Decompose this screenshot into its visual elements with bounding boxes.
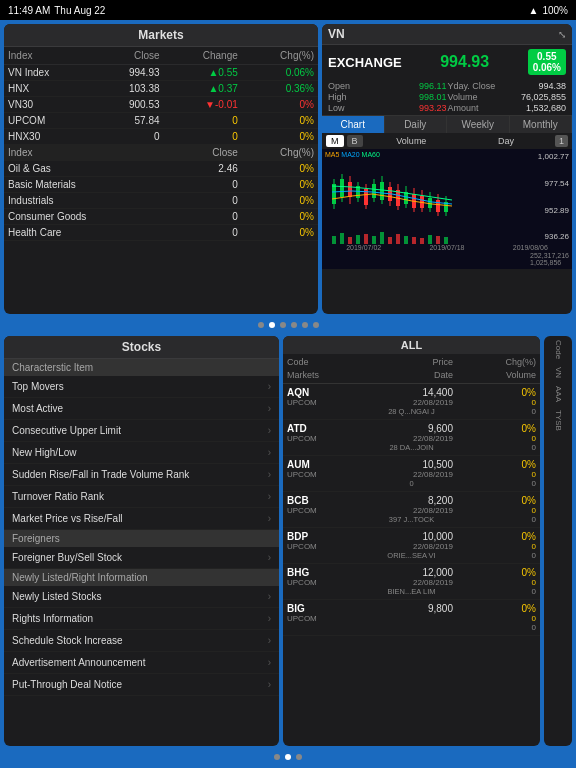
sector-chg: 0% [242, 225, 318, 241]
date: Thu Aug 22 [54, 5, 105, 16]
table-row[interactable]: ATD 9,600 0% UPCOM 22/08/2019 0 28 DA...… [283, 420, 540, 456]
idx-close: 900.53 [93, 97, 163, 113]
dot-4[interactable] [291, 322, 297, 328]
list-item[interactable]: Turnover Ratio Rank › [4, 486, 279, 508]
sector-row[interactable]: Consumer Goods 0 0% [4, 209, 318, 225]
stat-high: High 998.01 [328, 92, 447, 102]
list-item[interactable]: Rights Information › [4, 608, 279, 630]
market-row[interactable]: VN Index 994.93 ▲0.55 0.06% [4, 65, 318, 81]
sector-close: 2.46 [164, 161, 242, 177]
dot-2[interactable] [269, 322, 275, 328]
list-item[interactable]: New High/Low › [4, 442, 279, 464]
table-row[interactable]: AUM 10,500 0% UPCOM 22/08/2019 0 0 0 [283, 456, 540, 492]
list-item[interactable]: Schedule Stock Increase › [4, 630, 279, 652]
stock-date: 22/08/2019 [370, 506, 453, 515]
sector-row[interactable]: Basic Materials 0 0% [4, 177, 318, 193]
stock-market: UPCOM [287, 398, 370, 407]
list-item[interactable]: Top Movers › [4, 376, 279, 398]
list-section-header: Newly Listed/Right Information [4, 569, 279, 586]
chevron-right-icon: › [268, 635, 271, 646]
sector-close: 0 [164, 177, 242, 193]
list-item-label: Foreigner Buy/Sell Stock [12, 552, 122, 563]
list-item[interactable]: Advertisement Announcement › [4, 652, 279, 674]
market-row[interactable]: UPCOM 57.84 0 0% [4, 113, 318, 129]
chart-tabs: Chart Daily Weekly Monthly [322, 115, 572, 133]
table-row[interactable]: BCB 8,200 0% UPCOM 22/08/2019 0 397 J...… [283, 492, 540, 528]
table-row[interactable]: BDP 10,000 0% UPCOM 22/08/2019 0 ORIE...… [283, 528, 540, 564]
list-item[interactable]: Put-Through Deal Notice › [4, 674, 279, 696]
stub-code: Code [554, 340, 563, 359]
col-index: Index [4, 47, 93, 65]
idx-close: 57.84 [93, 113, 163, 129]
status-bar-left: 11:49 AM Thu Aug 22 [8, 5, 105, 16]
stocks-list[interactable]: Characterstic Item Top Movers › Most Act… [4, 359, 279, 746]
stock-vol: 0 [453, 434, 536, 443]
sector-name: Industrials [4, 193, 164, 209]
subtab-b[interactable]: B [347, 135, 363, 147]
market-row[interactable]: HNX 103.38 ▲0.37 0.36% [4, 81, 318, 97]
stocks-right-panel: ALL Code Markets Price Date Chg(%) Volum… [283, 336, 540, 746]
sector-chg: 0% [242, 209, 318, 225]
market-row[interactable]: VN30 900.53 ▼-0.01 0% [4, 97, 318, 113]
list-item[interactable]: Consecutive Upper Limit › [4, 420, 279, 442]
stock-code: AQN [287, 387, 370, 398]
list-item[interactable]: Market Price vs Rise/Fall › [4, 508, 279, 530]
list-item[interactable]: Foreigner Buy/Sell Stock › [4, 547, 279, 569]
tab-chart[interactable]: Chart [322, 116, 385, 133]
all-tab[interactable]: ALL [283, 336, 540, 354]
svg-rect-40 [412, 237, 416, 244]
dot-1[interactable] [258, 322, 264, 328]
col-price-date: Price Date [370, 356, 453, 381]
list-item-label: Most Active [12, 403, 63, 414]
stock-code: BHG [287, 567, 370, 578]
sector-row[interactable]: Health Care 0 0% [4, 225, 318, 241]
svg-rect-38 [396, 234, 400, 244]
vn-exchange-row: EXCHANGE 994.93 0.55 0.06% [322, 45, 572, 79]
dot-3[interactable] [280, 322, 286, 328]
sector-row[interactable]: Industrials 0 0% [4, 193, 318, 209]
list-item-label: Newly Listed Stocks [12, 591, 101, 602]
tab-monthly[interactable]: Monthly [510, 116, 573, 133]
exchange-change-box: 0.55 0.06% [528, 49, 566, 75]
col-chg: Chg(%) [242, 47, 318, 65]
markets-title: Markets [4, 24, 318, 47]
stock-price: 12,000 [370, 567, 453, 578]
list-item-label: Turnover Ratio Rank [12, 491, 104, 502]
chevron-right-icon: › [268, 469, 271, 480]
tab-daily[interactable]: Daily [385, 116, 448, 133]
stock-name: BIEN...EA LIM [370, 587, 453, 596]
list-item[interactable]: Newly Listed Stocks › [4, 586, 279, 608]
bdot-3[interactable] [296, 754, 302, 760]
svg-rect-39 [404, 236, 408, 244]
market-row[interactable]: HNX30 0 0 0% [4, 129, 318, 145]
dot-6[interactable] [313, 322, 319, 328]
stock-name: 397 J...TOCK [370, 515, 453, 524]
table-row[interactable]: AQN 14,400 0% UPCOM 22/08/2019 0 28 Q...… [283, 384, 540, 420]
list-item[interactable]: Most Active › [4, 398, 279, 420]
chevron-right-icon: › [268, 552, 271, 563]
table-row[interactable]: BHG 12,000 0% UPCOM 22/08/2019 0 BIEN...… [283, 564, 540, 600]
table-row[interactable]: BIG 9,800 0% UPCOM 0 0 [283, 600, 540, 636]
stock-chg: 0% [453, 495, 536, 506]
sector-row[interactable]: Oil & Gas 2.46 0% [4, 161, 318, 177]
stock-code: BIG [287, 603, 370, 614]
bdot-2[interactable] [285, 754, 291, 760]
sector-name: Health Care [4, 225, 164, 241]
vn-panel: VN ⤡ EXCHANGE 994.93 0.55 0.06% Open 996… [322, 24, 572, 314]
dot-5[interactable] [302, 322, 308, 328]
expand-icon[interactable]: ⤡ [558, 29, 566, 40]
stock-price: 14,400 [370, 387, 453, 398]
time: 11:49 AM [8, 5, 50, 16]
stock-vol: 0 [453, 542, 536, 551]
tab-weekly[interactable]: Weekly [447, 116, 510, 133]
list-item[interactable]: Sudden Rise/Fall in Trade Volume Rank › [4, 464, 279, 486]
exchange-price: 994.93 [440, 53, 489, 71]
subtab-m[interactable]: M [326, 135, 344, 147]
svg-rect-33 [356, 235, 360, 244]
idx-change: ▼-0.01 [164, 97, 242, 113]
idx-chg: 0% [242, 129, 318, 145]
subtab-num[interactable]: 1 [555, 135, 568, 147]
bdot-1[interactable] [274, 754, 280, 760]
chart-subtabs: M B Volume Day 1 [322, 133, 572, 149]
top-section: Markets Index Close Change Chg(%) VN Ind… [4, 24, 572, 314]
